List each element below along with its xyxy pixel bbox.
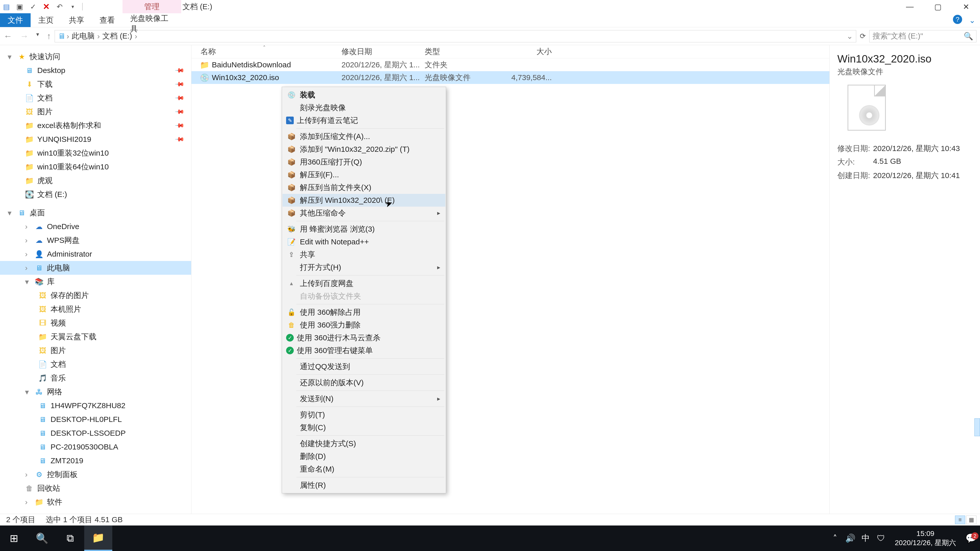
column-headers[interactable]: 名称˄ 修改日期 类型 大小 bbox=[191, 45, 829, 59]
tree-item-excel[interactable]: 📁excel表格制作求和📌 bbox=[0, 119, 191, 132]
tree-net-pc2[interactable]: 🖥DESKTOP-HL0PLFL bbox=[0, 413, 191, 426]
cm-restore-versions[interactable]: 还原以前的版本(V) bbox=[283, 376, 445, 389]
cm-send-to[interactable]: 发送到(N)▸ bbox=[283, 392, 445, 405]
cm-other-compress[interactable]: 📦其他压缩命令▸ bbox=[283, 206, 445, 219]
view-details-button[interactable]: ≡ bbox=[955, 516, 965, 524]
maximize-button[interactable]: ▢ bbox=[924, 0, 952, 13]
tree-lib-saved-pics[interactable]: 🖼保存的图片 bbox=[0, 289, 191, 302]
help-button[interactable]: ? bbox=[953, 15, 962, 24]
cm-360-manage-menu[interactable]: ✓使用 360管理右键菜单 bbox=[283, 344, 445, 357]
tree-quick-access[interactable]: ▾★快速访问 bbox=[0, 50, 191, 64]
cm-honey-browser[interactable]: 🐝用 蜂蜜浏览器 浏览(3) bbox=[283, 223, 445, 235]
column-header-size[interactable]: 大小 bbox=[496, 46, 567, 57]
taskbar-explorer-button[interactable]: 📁 bbox=[84, 526, 112, 551]
cm-mount[interactable]: 💿装载 bbox=[283, 89, 445, 101]
navigation-pane[interactable]: ▾★快速访问 🖥Desktop📌 ⬇下载📌 📄文档📌 🖼图片📌 📁excel表格… bbox=[0, 45, 191, 514]
tree-lib-local-pics[interactable]: 🖼本机照片 bbox=[0, 302, 191, 316]
tree-software[interactable]: ›📁软件 bbox=[0, 495, 191, 509]
scrollbar-marker[interactable] bbox=[974, 418, 980, 436]
qat-delete-icon[interactable]: ✕ bbox=[42, 3, 50, 11]
column-header-name[interactable]: 名称˄ bbox=[191, 46, 342, 57]
tree-net-pc4[interactable]: 🖥PC-20190530OBLA bbox=[0, 440, 191, 454]
tree-item-pictures[interactable]: 🖼图片📌 bbox=[0, 105, 191, 119]
cm-properties[interactable]: 属性(R) bbox=[283, 479, 445, 492]
tree-lib-tianyi[interactable]: 📁天翼云盘下载 bbox=[0, 330, 191, 344]
cm-rename[interactable]: 重命名(M) bbox=[283, 463, 445, 475]
tree-control-panel[interactable]: ›⚙控制面板 bbox=[0, 468, 191, 481]
tree-network[interactable]: ▾🖧网络 bbox=[0, 385, 191, 399]
cm-open-with[interactable]: 打开方式(H)▸ bbox=[283, 261, 445, 274]
tree-item-documents[interactable]: 📄文档📌 bbox=[0, 91, 191, 105]
minimize-button[interactable]: — bbox=[896, 0, 924, 13]
context-menu[interactable]: 💿装载 刻录光盘映像 ✎上传到有道云笔记 📦添加到压缩文件(A)... 📦添加到… bbox=[282, 87, 446, 493]
qat-undo-icon[interactable]: ↶ bbox=[56, 3, 63, 11]
tree-administrator[interactable]: ›👤Administrator bbox=[0, 247, 191, 261]
qat-newfolder-icon[interactable]: ✓ bbox=[29, 3, 37, 11]
tree-libraries[interactable]: ▾📚库 bbox=[0, 275, 191, 289]
column-header-date[interactable]: 修改日期 bbox=[342, 46, 425, 57]
tree-desktop-root[interactable]: ▾🖥桌面 bbox=[0, 206, 191, 220]
tree-recycle-bin[interactable]: 🗑回收站 bbox=[0, 481, 191, 495]
cm-360-scan[interactable]: ✓使用 360进行木马云查杀 bbox=[283, 331, 445, 344]
cm-add-archive-named[interactable]: 📦添加到 "Win10x32_2020.zip" (T) bbox=[283, 143, 445, 156]
nav-forward-button[interactable]: → bbox=[20, 31, 29, 41]
cm-360-unlock[interactable]: 🔓使用 360解除占用 bbox=[283, 306, 445, 319]
action-center-button[interactable]: 💬2 bbox=[962, 533, 980, 544]
search-button[interactable]: 🔍 bbox=[28, 526, 56, 551]
tree-net-pc5[interactable]: 🖥ZMT2019 bbox=[0, 454, 191, 468]
cm-notepadpp[interactable]: 📝Edit with Notepad++ bbox=[283, 235, 445, 248]
cm-extract-named[interactable]: 📦解压到 Win10x32_2020\ (E) bbox=[283, 194, 445, 206]
tray-overflow-icon[interactable]: ˄ bbox=[827, 534, 843, 543]
ribbon-tab-share[interactable]: 共享 bbox=[61, 13, 92, 27]
cm-360-force-delete[interactable]: 🗑使用 360强力删除 bbox=[283, 319, 445, 331]
column-header-type[interactable]: 类型 bbox=[425, 46, 496, 57]
system-tray[interactable]: ˄ 🔊 中 🛡 15:09 2020/12/26, 星期六 💬2 bbox=[827, 526, 980, 551]
tree-item-yunqishi[interactable]: 📁YUNQISHI2019📌 bbox=[0, 132, 191, 146]
tree-item-downloads[interactable]: ⬇下载📌 bbox=[0, 77, 191, 91]
cm-baidu-upload[interactable]: ▲上传到百度网盘 bbox=[283, 277, 445, 290]
cm-qq-send[interactable]: 通过QQ发送到 bbox=[283, 360, 445, 373]
search-input[interactable]: 搜索"文档 (E:)" 🔍 bbox=[869, 30, 977, 42]
ribbon-tab-view[interactable]: 查看 bbox=[92, 13, 123, 27]
ribbon-tab-file[interactable]: 文件 bbox=[0, 13, 30, 27]
cm-extract-here[interactable]: 📦解压到当前文件夹(X) bbox=[283, 181, 445, 194]
breadcrumb-this-pc[interactable]: 此电脑 bbox=[70, 31, 96, 41]
tree-onedrive[interactable]: ›☁OneDrive bbox=[0, 220, 191, 233]
ribbon-tab-home[interactable]: 主页 bbox=[30, 13, 61, 27]
nav-back-button[interactable]: ← bbox=[3, 31, 12, 41]
breadcrumb-dropdown[interactable]: ⌄ bbox=[846, 32, 853, 41]
ribbon-tab-disk-image-tools[interactable]: 光盘映像工具 bbox=[123, 13, 181, 34]
refresh-button[interactable]: ⟳ bbox=[860, 32, 865, 40]
tray-ime-icon[interactable]: 中 bbox=[858, 533, 873, 544]
tree-lib-video[interactable]: 🎞视频 bbox=[0, 316, 191, 330]
tree-item-desktop[interactable]: 🖥Desktop📌 bbox=[0, 64, 191, 77]
task-view-button[interactable]: ⧉ bbox=[56, 526, 84, 551]
tray-security-icon[interactable]: 🛡 bbox=[873, 534, 889, 543]
tree-wps[interactable]: ›☁WPS网盘 bbox=[0, 233, 191, 247]
cm-copy[interactable]: 复制(C) bbox=[283, 421, 445, 434]
cm-extract-to[interactable]: 📦解压到(F)... bbox=[283, 168, 445, 181]
tree-lib-music[interactable]: 🎵音乐 bbox=[0, 371, 191, 385]
cm-create-shortcut[interactable]: 创建快捷方式(S) bbox=[283, 437, 445, 450]
tray-clock[interactable]: 15:09 2020/12/26, 星期六 bbox=[889, 529, 962, 548]
tree-item-win10-64[interactable]: 📁win10重装64位win10 bbox=[0, 160, 191, 174]
ribbon-expand-button[interactable]: ⌄ bbox=[969, 16, 975, 25]
tree-net-pc1[interactable]: 🖥1H4WPFQ7KZ8HU82 bbox=[0, 399, 191, 413]
cm-add-archive[interactable]: 📦添加到压缩文件(A)... bbox=[283, 130, 445, 143]
cm-cut[interactable]: 剪切(T) bbox=[283, 408, 445, 421]
qat-dropdown-icon[interactable]: ▾ bbox=[69, 3, 76, 11]
table-row[interactable]: 📁BaiduNetdiskDownload 2020/12/26, 星期六 1.… bbox=[191, 59, 829, 71]
tree-lib-pictures[interactable]: 🖼图片 bbox=[0, 344, 191, 357]
nav-history-dropdown[interactable]: ▾ bbox=[36, 31, 39, 41]
tree-item-win10-32[interactable]: 📁win10重装32位win10 bbox=[0, 146, 191, 160]
qat-properties-icon[interactable]: ▣ bbox=[16, 3, 24, 11]
cm-share[interactable]: ⇪共享 bbox=[283, 248, 445, 261]
tree-this-pc[interactable]: ›🖥此电脑 bbox=[0, 261, 191, 275]
taskbar[interactable]: ⊞ 🔍 ⧉ 📁 ˄ 🔊 中 🛡 15:09 2020/12/26, 星期六 💬2 bbox=[0, 526, 980, 551]
view-thumbnails-button[interactable]: ▦ bbox=[966, 516, 977, 524]
cm-open-360zip[interactable]: 📦用360压缩打开(Q) bbox=[283, 156, 445, 168]
tree-item-huguan[interactable]: 📁虎观 bbox=[0, 174, 191, 187]
tray-volume-icon[interactable]: 🔊 bbox=[843, 534, 858, 543]
close-button[interactable]: ✕ bbox=[952, 0, 980, 13]
tree-net-pc3[interactable]: 🖥DESKTOP-LSSOEDP bbox=[0, 426, 191, 440]
